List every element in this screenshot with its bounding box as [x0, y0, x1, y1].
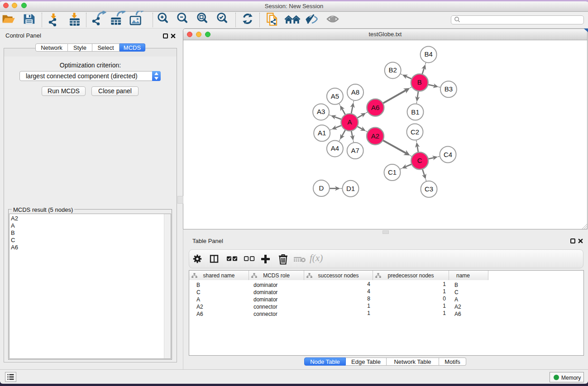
svg-text:A3: A3: [317, 108, 325, 115]
svg-text:C4: C4: [444, 151, 452, 158]
svg-text:C: C: [417, 157, 422, 164]
svg-text:A: A: [347, 118, 352, 126]
svg-text:D1: D1: [346, 185, 355, 192]
svg-text:B1: B1: [411, 108, 419, 116]
svg-text:B3: B3: [445, 85, 453, 93]
svg-text:A7: A7: [351, 147, 359, 154]
svg-text:A1: A1: [318, 129, 326, 137]
svg-text:B2: B2: [389, 66, 397, 74]
svg-text:A8: A8: [351, 88, 359, 96]
svg-text:B: B: [417, 78, 422, 86]
svg-text:D: D: [319, 184, 324, 192]
svg-text:A4: A4: [331, 144, 339, 152]
svg-text:A5: A5: [331, 92, 339, 100]
svg-text:C3: C3: [425, 185, 433, 193]
svg-text:C2: C2: [411, 128, 419, 136]
svg-text:A2: A2: [371, 132, 379, 140]
svg-text:A6: A6: [371, 104, 379, 111]
svg-text:C1: C1: [388, 168, 397, 176]
svg-text:B4: B4: [424, 50, 432, 58]
